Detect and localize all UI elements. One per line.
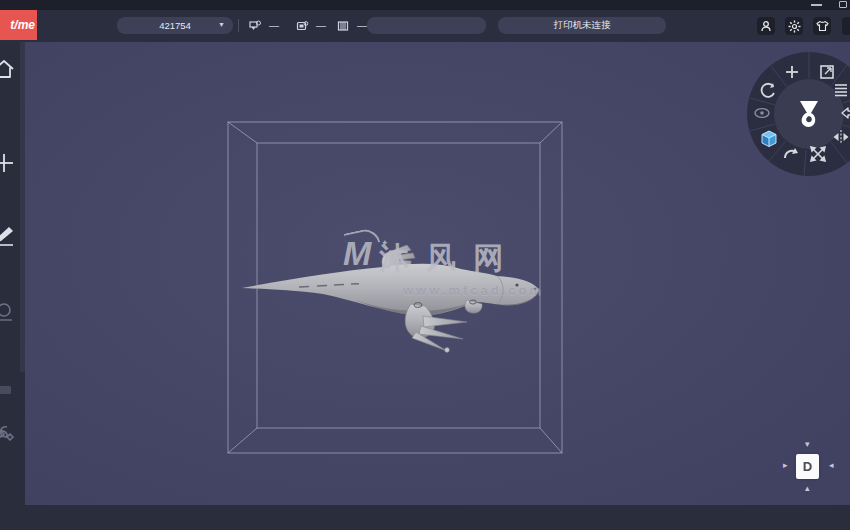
nav-arrow-down[interactable]: ▴ xyxy=(805,484,810,493)
settings-gear-icon xyxy=(788,20,801,33)
sidebar-mini-badge xyxy=(0,386,11,394)
empty-toolbar-field[interactable] xyxy=(367,17,486,34)
nozzle-status: — xyxy=(248,17,279,34)
more-button[interactable] xyxy=(842,17,850,35)
plus-icon xyxy=(0,150,17,176)
sidebar-item-add[interactable] xyxy=(0,150,17,176)
home-icon xyxy=(0,56,17,82)
pencil-icon xyxy=(0,222,17,248)
app-logo[interactable]: t/me xyxy=(0,10,37,40)
nav-arrow-left[interactable]: ▸ xyxy=(783,461,788,470)
filament-icon xyxy=(336,19,350,33)
sidebar-item-edit[interactable] xyxy=(0,222,17,248)
top-toolbar: t/me 421754 ▼ — — — 打印机未连接 xyxy=(0,10,850,42)
chevron-down-icon: ▼ xyxy=(218,21,225,28)
nav-arrow-up[interactable]: ▾ xyxy=(805,440,810,449)
tshirt-theme-icon xyxy=(816,20,829,32)
sidebar-scrollbar[interactable] xyxy=(20,42,25,372)
wrench-icon xyxy=(0,422,17,448)
theme-button[interactable] xyxy=(813,17,831,35)
view-cube[interactable]: D xyxy=(796,454,819,479)
model-cube-icon[interactable] xyxy=(762,131,776,147)
filament-status: — xyxy=(336,17,367,34)
extruder-status: — xyxy=(295,17,326,34)
viewport-3d[interactable]: M ✦ 沐风网 www.mfcad.com xyxy=(25,42,850,505)
extruder-status-value: — xyxy=(316,20,326,31)
slicer-app-window: { "window": { "minimize_label": "minimiz… xyxy=(0,0,850,530)
search-icon xyxy=(0,300,17,326)
user-icon xyxy=(760,20,772,32)
settings-button[interactable] xyxy=(785,17,803,35)
left-sidebar xyxy=(0,42,25,530)
sidebar-item-home[interactable] xyxy=(0,56,17,82)
nozzle-icon xyxy=(248,19,262,33)
printer-connection-button[interactable]: 打印机未连接 xyxy=(498,17,666,34)
profile-dropdown[interactable]: 421754 ▼ xyxy=(117,17,233,34)
window-restore-icon[interactable] xyxy=(839,1,847,8)
window-minimize-icon[interactable] xyxy=(811,4,822,6)
sidebar-item-search[interactable] xyxy=(0,300,17,326)
3d-model-lizard[interactable] xyxy=(235,242,555,357)
radial-tool-menu[interactable] xyxy=(739,44,850,184)
extruder-icon xyxy=(295,19,309,33)
view-cube-label: D xyxy=(803,459,812,474)
printer-connection-label: 打印机未连接 xyxy=(554,19,611,32)
sidebar-item-tools[interactable] xyxy=(0,422,17,448)
profile-dropdown-value: 421754 xyxy=(159,20,191,31)
filament-status-value: — xyxy=(357,20,367,31)
nav-arrow-right[interactable]: ◂ xyxy=(829,461,834,470)
window-titlebar xyxy=(0,0,850,10)
nozzle-status-value: — xyxy=(269,20,279,31)
toolbar-separator xyxy=(238,19,239,32)
user-button[interactable] xyxy=(757,17,775,35)
